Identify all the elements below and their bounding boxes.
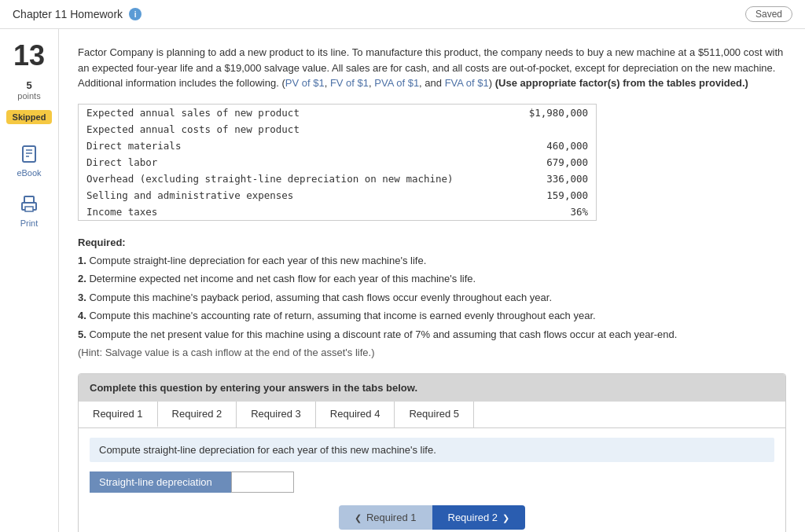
table-row: Direct labor679,000 <box>79 154 596 171</box>
nav-buttons: Required 1 Required 2 <box>90 505 774 530</box>
tab-item-req2[interactable]: Required 2 <box>158 402 237 427</box>
table-cell-value: 460,000 <box>511 138 596 154</box>
input-row: Straight-line depreciation <box>90 471 774 493</box>
print-label: Print <box>20 218 39 228</box>
left-sidebar: 13 5 points Skipped eBook <box>0 29 59 532</box>
problem-text-4: , and <box>419 77 445 89</box>
svg-rect-0 <box>23 146 35 162</box>
required-heading: Required: <box>78 237 786 248</box>
tab-description: Compute straight-line depreciation for e… <box>90 438 774 462</box>
table-cell-value: 679,000 <box>511 154 596 171</box>
ebook-label: eBook <box>17 168 41 178</box>
bold-note: (Use appropriate factor(s) from the tabl… <box>495 77 748 89</box>
table-row: Income taxes36% <box>79 204 596 220</box>
data-table: Expected annual sales of new product$1,9… <box>78 104 597 221</box>
table-row: Direct materials460,000 <box>79 138 596 154</box>
required-item: 5. Compute the net present value for thi… <box>78 327 786 343</box>
pva-link[interactable]: PVA of $1 <box>374 77 419 89</box>
required-item: 2. Determine expected net income and net… <box>78 271 786 287</box>
sidebar-icons: eBook Print <box>17 143 41 228</box>
tab-container: Complete this question by entering your … <box>78 373 786 533</box>
next-button[interactable]: Required 2 <box>432 505 526 530</box>
prev-button-label: Required 1 <box>366 512 417 523</box>
content-area: Factor Company is planning to add a new … <box>59 29 805 532</box>
main-layout: 13 5 points Skipped eBook <box>0 29 805 532</box>
svg-rect-6 <box>25 207 33 211</box>
tab-item-req1[interactable]: Required 1 <box>79 402 158 427</box>
required-item: (Hint: Salvage value is a cash inflow at… <box>78 345 786 361</box>
fva-link[interactable]: FVA of $1 <box>445 77 489 89</box>
table-cell-value: 159,000 <box>511 187 596 204</box>
required-item: 1. Compute straight-line depreciation fo… <box>78 253 786 269</box>
fv-link[interactable]: FV of $1 <box>330 77 369 89</box>
svg-rect-4 <box>24 196 34 203</box>
problem-text-2: , <box>325 77 330 89</box>
problem-text: Factor Company is planning to add a new … <box>78 45 786 91</box>
table-row: Selling and administrative expenses159,0… <box>79 187 596 204</box>
table-cell-label: Income taxes <box>79 204 511 220</box>
table-cell-value: 36% <box>511 204 596 220</box>
points-label: points <box>17 91 40 101</box>
table-cell-value: $1,980,000 <box>511 105 596 121</box>
required-item: 3. Compute this machine's payback period… <box>78 290 786 306</box>
skipped-badge: Skipped <box>6 110 53 124</box>
chevron-left-icon <box>355 512 362 523</box>
pv-link[interactable]: PV of $1 <box>285 77 325 89</box>
tab-content: Compute straight-line depreciation for e… <box>79 428 785 533</box>
points-value: 5 <box>17 79 40 91</box>
depreciation-input[interactable] <box>231 471 294 493</box>
problem-text-5: ) (Use appropriate factor(s) from the ta… <box>489 77 748 89</box>
table-cell-value: 336,000 <box>511 171 596 187</box>
table-cell-label: Direct labor <box>79 154 511 171</box>
print-button[interactable]: Print <box>18 193 40 228</box>
saved-badge: Saved <box>745 6 792 22</box>
ebook-icon <box>18 143 40 165</box>
table-row: Expected annual sales of new product$1,9… <box>79 105 596 121</box>
required-item: 4. Compute this machine's accounting rat… <box>78 308 786 324</box>
prev-button[interactable]: Required 1 <box>339 505 432 530</box>
tab-item-req3[interactable]: Required 3 <box>237 402 316 427</box>
table-cell-label: Overhead (excluding straight-line deprec… <box>79 171 511 187</box>
table-cell-label: Direct materials <box>79 138 511 154</box>
question-number: 13 <box>13 42 45 70</box>
required-section: Required: 1. Compute straight-line depre… <box>78 237 786 361</box>
chevron-right-icon <box>502 512 509 523</box>
info-icon[interactable]: i <box>129 8 142 20</box>
header: Chapter 11 Homework i Saved <box>0 0 805 29</box>
table-row: Overhead (excluding straight-line deprec… <box>79 171 596 187</box>
table-row: Expected annual costs of new product <box>79 121 596 138</box>
table-cell-value <box>511 121 596 138</box>
tabs-row: Required 1Required 2Required 3Required 4… <box>79 402 785 428</box>
table-cell-label: Selling and administrative expenses <box>79 187 511 204</box>
tab-item-req5[interactable]: Required 5 <box>395 402 474 427</box>
input-label: Straight-line depreciation <box>90 471 231 493</box>
table-cell-label: Expected annual sales of new product <box>79 105 511 121</box>
header-title: Chapter 11 Homework <box>13 8 123 20</box>
next-button-label: Required 2 <box>448 512 498 523</box>
table-cell-label: Expected annual costs of new product <box>79 121 511 138</box>
print-icon <box>18 193 40 215</box>
tab-instruction: Complete this question by entering your … <box>79 374 785 402</box>
ebook-button[interactable]: eBook <box>17 143 41 178</box>
tab-item-req4[interactable]: Required 4 <box>316 402 395 427</box>
